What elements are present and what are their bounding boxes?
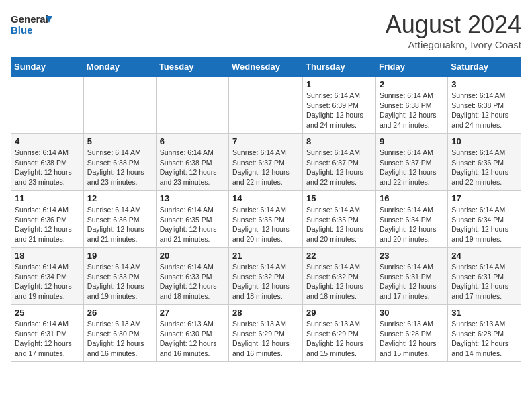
calendar-cell: 14Sunrise: 6:14 AM Sunset: 6:35 PM Dayli… [229,191,303,248]
day-of-week-header: Monday [83,58,156,77]
day-info: Sunrise: 6:14 AM Sunset: 6:35 PM Dayligh… [160,205,225,244]
svg-text:General: General [11,13,48,25]
calendar-cell: 10Sunrise: 6:14 AM Sunset: 6:36 PM Dayli… [448,134,521,191]
day-info: Sunrise: 6:14 AM Sunset: 6:34 PM Dayligh… [15,262,80,302]
calendar-cell: 29Sunrise: 6:13 AM Sunset: 6:29 PM Dayli… [303,305,376,362]
day-number: 9 [380,136,444,146]
day-number: 7 [232,136,299,146]
day-number: 18 [15,250,80,261]
day-number: 27 [160,308,225,318]
calendar-cell: 8Sunrise: 6:14 AM Sunset: 6:37 PM Daylig… [303,134,376,191]
day-info: Sunrise: 6:14 AM Sunset: 6:35 PM Dayligh… [306,205,372,244]
calendar-week-row: 25Sunrise: 6:14 AM Sunset: 6:31 PM Dayli… [11,305,521,362]
calendar-cell: 23Sunrise: 6:14 AM Sunset: 6:31 PM Dayli… [375,248,447,305]
day-info: Sunrise: 6:13 AM Sunset: 6:30 PM Dayligh… [87,319,152,359]
calendar-cell: 11Sunrise: 6:14 AM Sunset: 6:36 PM Dayli… [11,191,84,248]
day-number: 22 [306,250,372,261]
day-info: Sunrise: 6:14 AM Sunset: 6:31 PM Dayligh… [451,262,517,302]
day-number: 10 [451,136,517,146]
day-info: Sunrise: 6:14 AM Sunset: 6:38 PM Dayligh… [87,148,152,187]
day-number: 8 [306,136,372,146]
calendar-week-row: 18Sunrise: 6:14 AM Sunset: 6:34 PM Dayli… [11,248,521,305]
calendar-cell: 26Sunrise: 6:13 AM Sunset: 6:30 PM Dayli… [83,305,156,362]
logo: General Blue [11,11,64,38]
day-info: Sunrise: 6:13 AM Sunset: 6:29 PM Dayligh… [306,319,372,359]
day-info: Sunrise: 6:13 AM Sunset: 6:28 PM Dayligh… [380,319,444,359]
day-number: 31 [451,308,517,318]
day-number: 13 [160,193,225,203]
days-of-week-row: SundayMondayTuesdayWednesdayThursdayFrid… [11,58,521,77]
day-number: 11 [15,193,80,203]
day-of-week-header: Sunday [11,58,84,77]
page-subtitle: Attiegouakro, Ivory Coast [386,39,521,50]
calendar-cell: 5Sunrise: 6:14 AM Sunset: 6:38 PM Daylig… [83,134,156,191]
day-info: Sunrise: 6:14 AM Sunset: 6:36 PM Dayligh… [87,205,152,244]
calendar-header: SundayMondayTuesdayWednesdayThursdayFrid… [11,58,521,77]
day-info: Sunrise: 6:14 AM Sunset: 6:39 PM Dayligh… [306,91,372,130]
day-number: 21 [232,250,299,261]
day-number: 14 [232,193,299,203]
calendar-cell: 27Sunrise: 6:13 AM Sunset: 6:30 PM Dayli… [156,305,228,362]
day-info: Sunrise: 6:14 AM Sunset: 6:33 PM Dayligh… [87,262,152,302]
calendar-week-row: 11Sunrise: 6:14 AM Sunset: 6:36 PM Dayli… [11,191,521,248]
calendar-cell: 16Sunrise: 6:14 AM Sunset: 6:34 PM Dayli… [375,191,447,248]
day-info: Sunrise: 6:14 AM Sunset: 6:34 PM Dayligh… [380,205,444,244]
day-info: Sunrise: 6:14 AM Sunset: 6:33 PM Dayligh… [160,262,225,302]
calendar-cell: 28Sunrise: 6:13 AM Sunset: 6:29 PM Dayli… [229,305,303,362]
day-info: Sunrise: 6:13 AM Sunset: 6:30 PM Dayligh… [160,319,225,359]
day-info: Sunrise: 6:14 AM Sunset: 6:32 PM Dayligh… [232,262,299,302]
calendar-cell: 20Sunrise: 6:14 AM Sunset: 6:33 PM Dayli… [156,248,228,305]
day-number: 3 [451,79,517,89]
day-of-week-header: Thursday [303,58,376,77]
calendar-cell: 2Sunrise: 6:14 AM Sunset: 6:38 PM Daylig… [375,77,447,134]
calendar-body: 1Sunrise: 6:14 AM Sunset: 6:39 PM Daylig… [11,77,521,362]
day-number: 6 [160,136,225,146]
calendar-table: SundayMondayTuesdayWednesdayThursdayFrid… [11,57,521,362]
day-number: 20 [160,250,225,261]
day-info: Sunrise: 6:14 AM Sunset: 6:37 PM Dayligh… [306,148,372,187]
day-number: 19 [87,250,152,261]
day-info: Sunrise: 6:14 AM Sunset: 6:38 PM Dayligh… [160,148,225,187]
day-info: Sunrise: 6:14 AM Sunset: 6:37 PM Dayligh… [380,148,444,187]
calendar-cell [83,77,156,134]
calendar-cell: 9Sunrise: 6:14 AM Sunset: 6:37 PM Daylig… [375,134,447,191]
day-info: Sunrise: 6:14 AM Sunset: 6:32 PM Dayligh… [306,262,372,302]
calendar-cell: 21Sunrise: 6:14 AM Sunset: 6:32 PM Dayli… [229,248,303,305]
day-info: Sunrise: 6:14 AM Sunset: 6:31 PM Dayligh… [15,319,80,359]
calendar-cell: 12Sunrise: 6:14 AM Sunset: 6:36 PM Dayli… [83,191,156,248]
day-info: Sunrise: 6:14 AM Sunset: 6:37 PM Dayligh… [232,148,299,187]
day-number: 5 [87,136,152,146]
calendar-cell: 13Sunrise: 6:14 AM Sunset: 6:35 PM Dayli… [156,191,228,248]
calendar-cell: 25Sunrise: 6:14 AM Sunset: 6:31 PM Dayli… [11,305,84,362]
day-info: Sunrise: 6:14 AM Sunset: 6:38 PM Dayligh… [380,91,444,130]
calendar-week-row: 4Sunrise: 6:14 AM Sunset: 6:38 PM Daylig… [11,134,521,191]
day-number: 2 [380,79,444,89]
day-of-week-header: Tuesday [156,58,228,77]
day-info: Sunrise: 6:13 AM Sunset: 6:28 PM Dayligh… [451,319,517,359]
day-number: 30 [380,308,444,318]
day-number: 29 [306,308,372,318]
calendar-cell: 3Sunrise: 6:14 AM Sunset: 6:38 PM Daylig… [448,77,521,134]
calendar-cell: 19Sunrise: 6:14 AM Sunset: 6:33 PM Dayli… [83,248,156,305]
calendar-cell: 18Sunrise: 6:14 AM Sunset: 6:34 PM Dayli… [11,248,84,305]
day-info: Sunrise: 6:14 AM Sunset: 6:36 PM Dayligh… [451,148,517,187]
calendar-cell [11,77,84,134]
calendar-cell: 24Sunrise: 6:14 AM Sunset: 6:31 PM Dayli… [448,248,521,305]
day-number: 4 [15,136,80,146]
day-info: Sunrise: 6:13 AM Sunset: 6:29 PM Dayligh… [232,319,299,359]
page-header: General Blue August 2024 Attiegouakro, I… [11,11,521,50]
calendar-cell: 31Sunrise: 6:13 AM Sunset: 6:28 PM Dayli… [448,305,521,362]
day-number: 23 [380,250,444,261]
day-number: 16 [380,193,444,203]
day-number: 15 [306,193,372,203]
svg-text:Blue: Blue [11,24,33,36]
calendar-cell: 30Sunrise: 6:13 AM Sunset: 6:28 PM Dayli… [375,305,447,362]
day-info: Sunrise: 6:14 AM Sunset: 6:34 PM Dayligh… [451,205,517,244]
calendar-cell: 6Sunrise: 6:14 AM Sunset: 6:38 PM Daylig… [156,134,228,191]
day-of-week-header: Wednesday [229,58,303,77]
calendar-cell [156,77,228,134]
day-of-week-header: Saturday [448,58,521,77]
calendar-cell: 7Sunrise: 6:14 AM Sunset: 6:37 PM Daylig… [229,134,303,191]
page-title: August 2024 [386,11,521,39]
day-info: Sunrise: 6:14 AM Sunset: 6:38 PM Dayligh… [451,91,517,130]
